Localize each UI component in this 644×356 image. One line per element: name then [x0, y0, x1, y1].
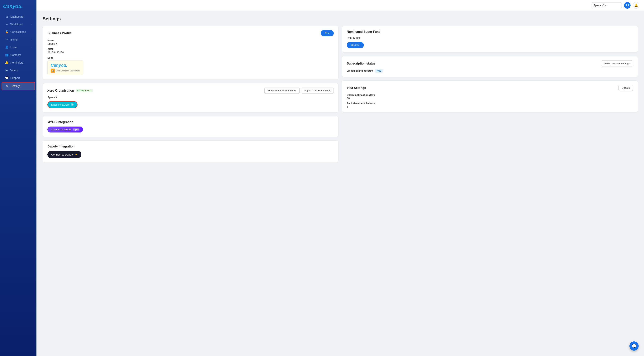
super-fund-card: Nominated Super Fund Rest Super Update — [342, 26, 638, 53]
sidebar-item-label: Settings — [11, 85, 20, 88]
myob-header: MYOB Integration — [48, 120, 334, 124]
notification-bell-icon[interactable]: 🔔 — [633, 2, 640, 9]
balance-value: 1 — [347, 105, 633, 108]
name-label: Name — [48, 39, 334, 42]
fund-name: Rest Super — [347, 36, 633, 39]
main-wrapper: Space X ▾ FJ 🔔 Settings Business Profile… — [36, 0, 644, 356]
dashboard-icon: ⊞ — [5, 15, 8, 19]
xero-org-name: Space X — [48, 96, 334, 99]
workspace-label: Space X — [594, 4, 604, 7]
right-column: Nominated Super Fund Rest Super Update S… — [342, 26, 638, 162]
sidebar-item-label: Dashboard — [10, 15, 24, 18]
import-xero-button[interactable]: Import Xero Employees — [301, 88, 334, 94]
sidebar-logo: Canyou. — [0, 0, 36, 11]
logo-preview: Canyou. 🏠 Easy Employee Onboarding — [48, 60, 83, 75]
page-title: Settings — [42, 16, 638, 22]
name-value: Space X — [48, 42, 334, 45]
logo-label: Logo — [48, 56, 334, 59]
manage-xero-button[interactable]: Manage my Xero Account — [264, 88, 300, 94]
visa-settings-title: Visa Settings — [347, 86, 366, 90]
chat-fab-icon: 💬 — [632, 344, 636, 348]
update-super-button[interactable]: Update — [347, 42, 364, 48]
connect-myob-button[interactable]: Connect to MYOB myob — [48, 127, 83, 133]
super-fund-title: Nominated Super Fund — [347, 30, 380, 34]
update-visa-button[interactable]: Update — [618, 85, 633, 91]
sidebar-item-reminders[interactable]: 🔔 Reminders — [2, 59, 35, 66]
sidebar-item-settings[interactable]: ⚙ Settings — [2, 82, 35, 90]
support-icon: 💬 — [5, 76, 8, 80]
disconnect-xero-button[interactable]: Disconnect Xero ● — [48, 101, 78, 108]
sidebar-item-label: Support — [10, 76, 20, 80]
sidebar-item-contacts[interactable]: 👥 Contacts — [2, 51, 35, 59]
sidebar-item-workflows[interactable]: ↔ Workflows › — [2, 21, 35, 28]
header: Space X ▾ FJ 🔔 — [36, 0, 644, 11]
sidebar-item-label: Videos — [10, 69, 18, 72]
xero-card: Xero Organisation CONNECTED Manage my Xe… — [42, 83, 338, 113]
abn-value: 21189446230 — [48, 51, 334, 54]
logo-preview-icon: 🏠 — [51, 69, 55, 73]
sidebar: Canyou. ⊞ Dashboard ↔ Workflows › 🏅 Cert… — [0, 0, 36, 356]
sidebar-item-esign[interactable]: ✏ E-Sign › — [2, 36, 35, 43]
subscription-header: Subscription status Billing account sett… — [347, 61, 633, 67]
disconnect-xero-label: Disconnect Xero — [51, 103, 70, 106]
logo-preview-sub: 🏠 Easy Employee Onboarding — [51, 69, 80, 73]
sidebar-item-label: Reminders — [10, 61, 24, 64]
contacts-icon: 👥 — [5, 53, 8, 57]
business-profile-header: Business Profile Edit — [48, 30, 334, 36]
settings-icon: ⚙ — [5, 84, 9, 88]
sidebar-item-videos[interactable]: ▶ Videos — [2, 67, 35, 74]
deputy-card: Deputy Integration Connect to Deputy ✦ — [42, 140, 338, 162]
logo-preview-text: Canyou. — [51, 63, 80, 68]
myob-badge: myob — [72, 128, 80, 131]
sidebar-item-label: Contacts — [10, 53, 21, 57]
app-logo: Canyou. — [3, 4, 23, 9]
left-column: Business Profile Edit Name Space X ABN 2… — [42, 26, 338, 162]
super-fund-header: Nominated Super Fund — [347, 30, 633, 34]
xero-connected-badge: CONNECTED — [76, 89, 93, 92]
edit-button[interactable]: Edit — [321, 30, 334, 36]
sidebar-item-dashboard[interactable]: ⊞ Dashboard — [2, 13, 35, 20]
chevron-down-icon: › — [31, 46, 32, 48]
workspace-selector[interactable]: Space X ▾ — [591, 3, 622, 8]
certifications-icon: 🏅 — [5, 30, 8, 34]
connect-deputy-button[interactable]: Connect to Deputy ✦ — [48, 151, 81, 158]
deputy-header: Deputy Integration — [48, 145, 334, 148]
avatar[interactable]: FJ — [624, 2, 630, 9]
workflows-icon: ↔ — [5, 23, 8, 26]
content-area: Settings Business Profile Edit Name Spac… — [36, 11, 644, 356]
balance-field: Paid visa check balance 1 — [347, 102, 633, 108]
linked-billing-row: Linked billing account PAID — [347, 69, 633, 73]
users-icon: 👤 — [5, 46, 8, 49]
sidebar-item-label: Certifications — [10, 30, 26, 34]
xero-header: Xero Organisation CONNECTED Manage my Xe… — [48, 88, 334, 94]
expiry-value: 30 — [347, 97, 633, 100]
visa-settings-header: Visa Settings Update — [347, 85, 633, 91]
deputy-star-icon: ✦ — [75, 153, 78, 156]
subscription-card: Subscription status Billing account sett… — [342, 56, 638, 77]
visa-settings-card: Visa Settings Update Expiry notification… — [342, 81, 638, 113]
balance-label: Paid visa check balance — [347, 102, 633, 105]
sidebar-item-label: E-Sign — [10, 38, 18, 41]
connect-myob-label: Connect to MYOB — [51, 128, 71, 131]
chevron-down-icon: › — [31, 39, 32, 41]
reminders-icon: 🔔 — [5, 61, 8, 64]
sidebar-item-users[interactable]: 👤 Users › — [2, 44, 35, 51]
sidebar-item-support[interactable]: 💬 Support — [2, 74, 35, 82]
chevron-down-icon: › — [31, 23, 32, 26]
connect-deputy-label: Connect to Deputy — [51, 153, 74, 156]
paid-badge: PAID — [375, 69, 383, 73]
settings-grid: Business Profile Edit Name Space X ABN 2… — [42, 26, 638, 162]
billing-settings-button[interactable]: Billing account settings — [601, 61, 633, 67]
xero-title: Xero Organisation — [48, 89, 74, 92]
business-profile-title: Business Profile — [48, 32, 72, 35]
chat-fab-button[interactable]: 💬 — [630, 341, 639, 351]
expiry-label: Expiry notification days — [347, 94, 633, 96]
workspace-chevron-icon: ▾ — [605, 4, 606, 7]
myob-title: MYOB Integration — [48, 120, 73, 124]
linked-billing-label: Linked billing account — [347, 69, 373, 72]
videos-icon: ▶ — [5, 69, 8, 72]
sidebar-nav: ⊞ Dashboard ↔ Workflows › 🏅 Certificatio… — [0, 11, 36, 92]
xero-dot-icon: ● — [70, 103, 74, 106]
sidebar-item-label: Users — [10, 46, 18, 49]
sidebar-item-certifications[interactable]: 🏅 Certifications — [2, 28, 35, 36]
